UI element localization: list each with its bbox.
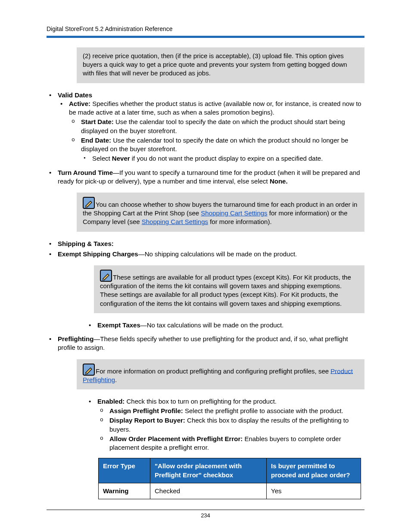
list-item: Display Report to Buyer: Check this box … bbox=[97, 416, 364, 434]
start-date-text: Use the calendar tool to specify the dat… bbox=[81, 118, 345, 134]
turnaround-label: Turn Around Time bbox=[58, 169, 113, 176]
list-item: Exempt Shipping Charges—No shipping calc… bbox=[47, 250, 364, 258]
pencil-note-icon bbox=[83, 364, 95, 376]
exempt-shipping-label: Exempt Shipping Charges bbox=[58, 250, 138, 258]
enabled-text: Check this box to turn on preflighting f… bbox=[125, 398, 277, 405]
cell-buyer-permitted: Yes bbox=[267, 483, 361, 499]
shopping-cart-settings-link-2[interactable]: Shopping Cart Settings bbox=[142, 218, 208, 225]
list-item: Start Date: Use the calendar tool to spe… bbox=[69, 118, 364, 135]
exempt-taxes-text: —No tax calculations will be made on the… bbox=[140, 321, 284, 329]
preflighting-label: Preflighting bbox=[58, 335, 93, 342]
display-report-label: Display Report to Buyer: bbox=[109, 417, 185, 424]
exempt-shipping-text: —No shipping calculations will be made o… bbox=[138, 250, 297, 258]
allow-order-label: Allow Order Placement with Preflight Err… bbox=[109, 435, 243, 442]
active-text: Specifies whether the product status is … bbox=[69, 100, 361, 116]
table-header-error-type: Error Type bbox=[99, 458, 150, 483]
list-exempt-taxes: Exempt Taxes—No tax calculations will be… bbox=[86, 321, 364, 330]
list-item: Exempt Taxes—No tax calculations will be… bbox=[86, 321, 364, 330]
list-item: Turn Around Time—If you want to specify … bbox=[47, 168, 364, 186]
note-box-intro: (2) receive price quotation, then (if th… bbox=[77, 47, 364, 83]
table-header-buyer-permitted: Is buyer permitted to proceed and place … bbox=[267, 458, 361, 483]
end-date-label: End Date: bbox=[81, 137, 111, 144]
active-label: Active: bbox=[69, 100, 90, 107]
note-text: (2) receive price quotation, then (if th… bbox=[83, 52, 347, 77]
cell-allow-checkbox: Checked bbox=[150, 483, 267, 499]
note-shipping-text: These settings are available for all pro… bbox=[100, 274, 351, 307]
never-pre: Select bbox=[92, 155, 112, 162]
list-item: Active: Specifies whether the product st… bbox=[58, 100, 364, 163]
exempt-taxes-label: Exempt Taxes bbox=[97, 321, 140, 329]
footer: 234 bbox=[47, 510, 364, 520]
shipping-heading: Shipping & Taxes: bbox=[58, 240, 114, 247]
list-shipping: Shipping & Taxes: Exempt Shipping Charge… bbox=[47, 240, 364, 259]
list-preflighting: Preflighting—These fields specify whethe… bbox=[47, 335, 364, 352]
list-turnaround: Turn Around Time—If you want to specify … bbox=[47, 168, 364, 186]
document-page: Digital StoreFront 5.2 Administration Re… bbox=[0, 0, 411, 532]
note-box-turnaround: You can choose whether to show buyers th… bbox=[77, 193, 364, 232]
never-bold: Never bbox=[112, 155, 130, 162]
assign-profile-text: Select the preflight profile to associat… bbox=[183, 407, 343, 414]
preflight-error-table: Error Type "Allow order placement with P… bbox=[98, 458, 361, 499]
list-item: Allow Order Placement with Preflight Err… bbox=[97, 435, 364, 452]
preflighting-text: —These fields specify whether to use pre… bbox=[58, 335, 348, 351]
start-date-label: Start Date: bbox=[81, 118, 114, 125]
list-preflight-enabled: Enabled: Check this box to turn on prefl… bbox=[86, 397, 364, 452]
header-title: Digital StoreFront 5.2 Administration Re… bbox=[47, 25, 364, 33]
end-date-text: Use the calendar tool to specify the dat… bbox=[81, 137, 348, 152]
table-row: Warning Checked Yes bbox=[99, 483, 361, 499]
table-header-allow-checkbox: "Allow order placement with Preflight Er… bbox=[150, 458, 267, 483]
note-preflight-pre: For more information on product prefligh… bbox=[96, 367, 330, 374]
valid-dates-heading: Valid Dates bbox=[58, 91, 92, 99]
list-item: Assign Preflight Profile: Select the pre… bbox=[97, 407, 364, 415]
assign-profile-label: Assign Preflight Profile: bbox=[109, 407, 183, 414]
list-item: Preflighting—These fields specify whethe… bbox=[47, 335, 364, 352]
shopping-cart-settings-link[interactable]: Shopping Cart Settings bbox=[201, 209, 267, 217]
header-rule bbox=[47, 36, 364, 38]
page-number: 234 bbox=[201, 512, 210, 519]
pencil-note-icon bbox=[100, 270, 112, 282]
note-box-shipping: These settings are available for all pro… bbox=[94, 265, 364, 313]
never-post: if you do not want the product display t… bbox=[130, 155, 323, 162]
enabled-label: Enabled: bbox=[97, 398, 125, 405]
list-item: Enabled: Check this box to turn on prefl… bbox=[86, 397, 364, 452]
turnaround-none: None. bbox=[270, 177, 288, 185]
list-item: Shipping & Taxes: bbox=[47, 240, 364, 248]
list-item: End Date: Use the calendar tool to speci… bbox=[69, 136, 364, 163]
list-item: Valid Dates Active: Specifies whether th… bbox=[47, 91, 364, 163]
cell-error-type: Warning bbox=[99, 483, 150, 499]
pencil-note-icon bbox=[83, 197, 95, 209]
note-preflight-post: . bbox=[115, 376, 117, 383]
note-box-preflight: For more information on product prefligh… bbox=[77, 359, 364, 389]
list-valid-dates: Valid Dates Active: Specifies whether th… bbox=[47, 91, 364, 163]
list-item: Select Never if you do not want the prod… bbox=[81, 154, 364, 163]
note-turnaround-post: for more information). bbox=[208, 218, 272, 225]
